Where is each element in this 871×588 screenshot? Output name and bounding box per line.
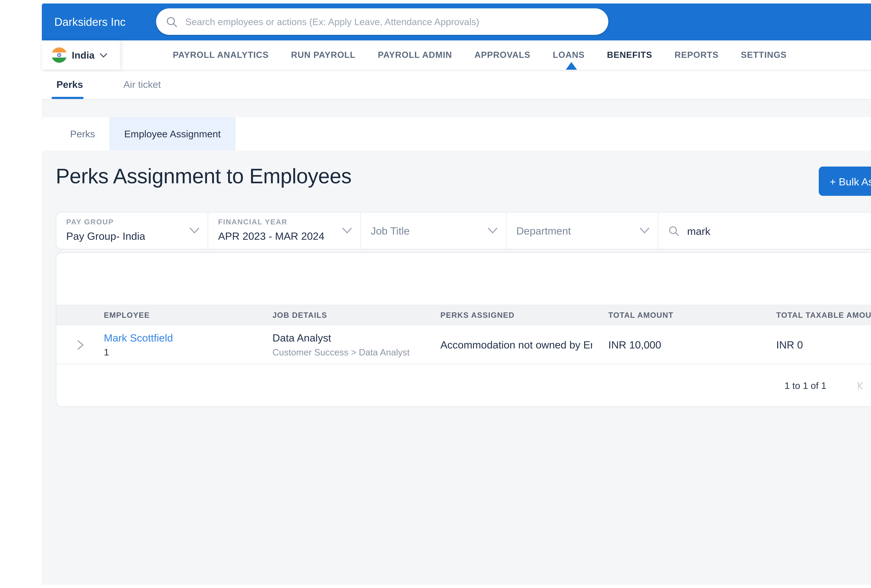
subtab-perks[interactable]: Perks [57, 79, 83, 90]
nav-item-run-payroll[interactable]: RUN PAYROLL [291, 50, 356, 60]
job-details-cell: Data Analyst Customer Success > Data Ana… [272, 332, 440, 358]
chevron-down-icon [99, 52, 107, 57]
active-subtab-indicator [52, 97, 84, 99]
pagination: 1 to 1 of 1 Page 1 of 1 [57, 365, 871, 406]
first-page-button[interactable] [855, 379, 868, 392]
col-employee: EMPLOYEE [104, 311, 272, 319]
table-header-row: EMPLOYEE JOB DETAILS PERKS ASSIGNED TOTA… [57, 305, 871, 325]
tab-perks[interactable]: Perks [56, 117, 109, 151]
nav-item-benefits[interactable]: BENEFITS [607, 50, 652, 60]
employee-search-input[interactable] [686, 224, 871, 237]
country-label: India [72, 49, 94, 61]
card-tabstrip: Perks Employee Assignment [42, 117, 871, 151]
content-area: Perks Employee Assignment Perks Assignme… [42, 100, 871, 585]
assignments-table: EMPLOYEE JOB DETAILS PERKS ASSIGNED TOTA… [56, 252, 871, 407]
nav-item-approvals[interactable]: APPROVALS [474, 50, 530, 60]
department-placeholder: Department [516, 225, 571, 236]
job-title-value: Data Analyst [272, 332, 440, 344]
financial-year-value: APR 2023 - MAR 2024 [218, 230, 350, 242]
table-top-spacer [57, 253, 871, 305]
main-nav: India PAYROLL ANALYTICS RUN PAYROLL PAYR… [42, 40, 871, 70]
col-job-details: JOB DETAILS [272, 311, 440, 319]
bulk-assign-perk-button[interactable]: + Bulk Assign Perk [819, 166, 871, 196]
active-nav-indicator [566, 62, 577, 70]
perk-name-value: Accommodation not owned by En [440, 339, 592, 350]
chevron-down-icon [342, 227, 352, 234]
nav-item-payroll-admin[interactable]: PAYROLL ADMIN [378, 50, 452, 60]
employee-name-link[interactable]: Mark Scottfield [104, 332, 272, 344]
employee-cell: Mark Scottfield 1 [104, 332, 272, 358]
nav-item-reports[interactable]: REPORTS [675, 50, 718, 60]
pay-group-value: Pay Group- India [66, 230, 198, 242]
global-search[interactable] [156, 8, 608, 35]
chevron-down-icon [190, 227, 199, 234]
job-title-placeholder: Job Title [371, 225, 410, 236]
chevron-down-icon [488, 227, 497, 234]
table-row: Mark Scottfield 1 Data Analyst Customer … [57, 325, 871, 365]
pay-group-label: PAY GROUP [66, 217, 198, 226]
employee-search-cell [658, 212, 871, 249]
nav-item-payroll-analytics[interactable]: PAYROLL ANALYTICS [173, 50, 269, 60]
app-window: Darksiders Inc [42, 3, 871, 585]
perks-assigned-cell: Accommodation not owned by En [440, 339, 608, 350]
col-total-taxable: TOTAL TAXABLE AMOUNT [776, 311, 871, 319]
pay-group-dropdown[interactable]: PAY GROUP Pay Group- India [57, 212, 208, 249]
benefits-subnav: Perks Air ticket [42, 70, 871, 100]
nav-item-loans[interactable]: LOANS [553, 50, 585, 60]
pagination-range: 1 to 1 of 1 [784, 380, 826, 391]
total-taxable-cell: INR 0 [776, 338, 871, 351]
search-icon [668, 225, 679, 236]
financial-year-dropdown[interactable]: FINANCIAL YEAR APR 2023 - MAR 2024 [208, 212, 361, 249]
chevron-down-icon [640, 227, 650, 234]
top-bar: Darksiders Inc [42, 3, 871, 40]
india-flag-icon [52, 47, 67, 63]
row-expand-button[interactable] [57, 339, 104, 350]
search-icon [166, 16, 178, 27]
col-perks-assigned: PERKS ASSIGNED [440, 311, 608, 319]
chevron-right-icon [76, 339, 84, 350]
tab-employee-assignment[interactable]: Employee Assignment [109, 117, 235, 151]
nav-menu: PAYROLL ANALYTICS RUN PAYROLL PAYROLL AD… [173, 40, 787, 70]
company-name: Darksiders Inc [54, 16, 126, 28]
first-page-icon [857, 381, 866, 390]
job-path-value: Customer Success > Data Analyst [272, 347, 440, 358]
department-dropdown[interactable]: Department [507, 212, 658, 249]
filter-bar: PAY GROUP Pay Group- India FINANCIAL YEA… [56, 212, 871, 250]
global-search-input[interactable] [184, 16, 599, 27]
country-selector[interactable]: India [42, 40, 120, 70]
subtab-air-ticket[interactable]: Air ticket [124, 79, 161, 90]
total-taxable-value: INR 0 [776, 338, 803, 350]
total-amount-cell: INR 10,000 [608, 338, 776, 351]
nav-item-settings[interactable]: SETTINGS [741, 50, 787, 60]
screen: Darksiders Inc [0, 0, 871, 588]
job-title-dropdown[interactable]: Job Title [361, 212, 507, 249]
col-total-amount: TOTAL AMOUNT [608, 311, 776, 319]
financial-year-label: FINANCIAL YEAR [218, 217, 350, 226]
employee-number: 1 [104, 347, 272, 358]
total-amount-value: INR 10,000 [608, 338, 661, 350]
page-title: Perks Assignment to Employees [56, 165, 352, 188]
